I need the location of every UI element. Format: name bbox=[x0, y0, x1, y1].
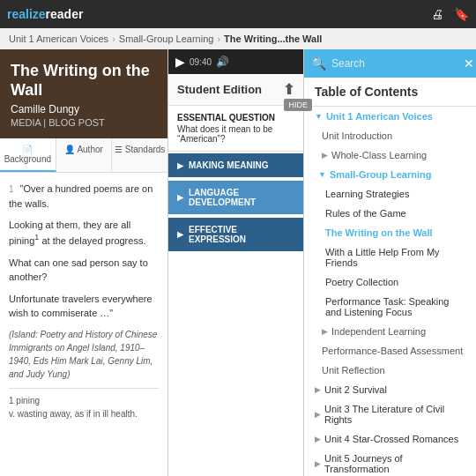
toc-perf-task[interactable]: Performance Task: Speaking and Listening… bbox=[304, 292, 476, 322]
toc-unit5[interactable]: ▶ Unit 5 Journeys of Transformation bbox=[304, 449, 476, 476]
line-text-4: Unfortunate travelers everywhere wish to… bbox=[9, 294, 152, 319]
article-author: Camille Dungy bbox=[11, 103, 157, 115]
search-input[interactable] bbox=[331, 57, 464, 70]
toc-little-help-label: With a Little Help From My Friends bbox=[325, 247, 465, 268]
left-panel: The Writing on the Wall Camille Dungy ME… bbox=[0, 49, 167, 476]
search-icon: 🔍 bbox=[311, 56, 326, 71]
line-1: 1 "Over a hundred poems are on the walls… bbox=[9, 182, 159, 211]
toc-pba-label: Performance-Based Assessment bbox=[322, 346, 463, 356]
eq-label: ESSENTIAL QUESTION bbox=[177, 113, 294, 123]
toc-header: Table of Contents bbox=[304, 78, 476, 107]
toc-unit2-arrow: ▶ bbox=[315, 385, 321, 394]
search-clear-icon[interactable]: ✕ bbox=[464, 56, 474, 71]
toc-writing-wall[interactable]: The Writing on the Wall bbox=[304, 223, 476, 242]
toc-reflection[interactable]: Unit Reflection bbox=[304, 361, 476, 380]
toc-writing-wall-label: The Writing on the Wall bbox=[325, 227, 433, 238]
standards-icon: ☰ bbox=[115, 145, 123, 154]
top-bar: realizereader 🖨 🔖 bbox=[0, 0, 476, 28]
toc-poetry[interactable]: Poetry Collection bbox=[304, 272, 476, 292]
toc-unit3[interactable]: ▶ Unit 3 The Literature of Civil Rights bbox=[304, 399, 476, 429]
tab-background[interactable]: 📄 Background bbox=[0, 138, 56, 172]
logo: realizereader bbox=[7, 7, 83, 21]
main-layout: The Writing on the Wall Camille Dungy ME… bbox=[0, 49, 476, 476]
tab-standards[interactable]: ☰ Standards bbox=[112, 138, 167, 172]
middle-panel: ▶ 09:40 🔊 Student Edition ⬆ ESSENTIAL QU… bbox=[167, 49, 304, 476]
toc-unit-intro-label: Unit Introduction bbox=[322, 130, 392, 141]
line-3: What can one sad person say to another? bbox=[9, 256, 159, 285]
toc-unit3-arrow: ▶ bbox=[315, 410, 321, 419]
volume-icon: 🔊 bbox=[216, 56, 229, 68]
line-text-3: What can one sad person say to another? bbox=[9, 257, 148, 283]
language-dev-button[interactable]: ▶ LANGUAGE DEVELOPMENT bbox=[168, 181, 303, 214]
line-text-2: Looking at them, they are all pining1 at… bbox=[9, 219, 145, 246]
line-text-1: "Over a hundred poems are on the walls. bbox=[9, 183, 152, 209]
toc-unit5-label: Unit 5 Journeys of Transformation bbox=[324, 453, 465, 474]
toc-small-group-arrow: ▼ bbox=[318, 170, 326, 179]
toc-unit1-label: Unit 1 American Voices bbox=[326, 111, 433, 122]
article-header: The Writing on the Wall Camille Dungy ME… bbox=[0, 49, 167, 138]
toc-independent-label: Independent Learning bbox=[331, 326, 426, 337]
toc-unit4-arrow: ▶ bbox=[315, 435, 321, 443]
toc-unit5-arrow: ▶ bbox=[315, 459, 321, 468]
essential-question: ESSENTIAL QUESTION What does it mean to … bbox=[168, 106, 303, 152]
toc-small-group[interactable]: ▼ Small-Group Learning bbox=[304, 165, 476, 184]
hide-button[interactable]: HIDE bbox=[284, 99, 312, 111]
audio-time: 09:40 bbox=[190, 57, 212, 67]
line-4: Unfortunate travelers everywhere wish to… bbox=[9, 292, 159, 321]
language-dev-label: LANGUAGE DEVELOPMENT bbox=[189, 188, 294, 207]
making-meaning-button[interactable]: ▶ MAKING MEANING bbox=[168, 153, 303, 177]
footnote-num: 1 pining bbox=[9, 396, 40, 405]
toc-unit2-label: Unit 2 Survival bbox=[324, 384, 387, 395]
toc-poetry-label: Poetry Collection bbox=[325, 277, 398, 287]
toc-rules-game[interactable]: Rules of the Game bbox=[304, 204, 476, 223]
toc-unit4-label: Unit 4 Star-Crossed Romances bbox=[324, 434, 458, 444]
effective-expr-button[interactable]: ▶ EFFECTIVE EXPRESSION bbox=[168, 218, 303, 251]
toc-learning-strategies[interactable]: Learning Strategies bbox=[304, 184, 476, 204]
footnote-text: v. wasting away, as if in ill health. bbox=[9, 409, 138, 419]
toc-whole-class-label: Whole-Class Learning bbox=[331, 150, 427, 160]
eq-text: What does it mean to be “American”? bbox=[177, 124, 294, 144]
article-type: MEDIA | BLOG POST bbox=[11, 117, 157, 128]
breadcrumb: Unit 1 American Voices › Small-Group Lea… bbox=[0, 28, 476, 49]
print-icon[interactable]: 🖨 bbox=[431, 7, 443, 21]
footnote-ref-1: 1 bbox=[34, 234, 39, 242]
toc-unit1[interactable]: ▼ Unit 1 American Voices bbox=[304, 107, 476, 126]
bookmark-icon[interactable]: 🔖 bbox=[454, 7, 469, 21]
language-dev-arrow: ▶ bbox=[177, 193, 183, 202]
toc-pba[interactable]: Performance-Based Assessment bbox=[304, 341, 476, 361]
citation: (Island: Poetry and History of Chinese I… bbox=[9, 328, 159, 381]
breadcrumb-sep1: › bbox=[112, 33, 115, 44]
right-panel: 🔍 ✕ Table of Contents ▼ Unit 1 American … bbox=[304, 49, 476, 476]
toc-independent[interactable]: ▶ Independent Learning bbox=[304, 322, 476, 341]
export-icon[interactable]: ⬆ bbox=[283, 81, 294, 98]
top-bar-icons: 🖨 🔖 bbox=[431, 7, 469, 21]
breadcrumb-sep2: › bbox=[217, 33, 220, 44]
toc-small-group-label: Small-Group Learning bbox=[330, 169, 432, 180]
toc-unit4[interactable]: ▶ Unit 4 Star-Crossed Romances bbox=[304, 429, 476, 449]
breadcrumb-current: The Writing...the Wall bbox=[224, 33, 322, 44]
breadcrumb-group[interactable]: Small-Group Learning bbox=[119, 33, 214, 44]
toc-reflection-label: Unit Reflection bbox=[322, 365, 385, 376]
toc-independent-arrow: ▶ bbox=[322, 327, 328, 336]
toc-whole-class[interactable]: ▶ Whole-Class Learning bbox=[304, 145, 476, 165]
toc-unit1-arrow: ▼ bbox=[315, 112, 323, 121]
article-title: The Writing on the Wall bbox=[11, 62, 157, 100]
footnote-def: 1 pining v. wasting away, as if in ill h… bbox=[9, 388, 159, 420]
play-button[interactable]: ▶ bbox=[175, 55, 185, 69]
search-bar: 🔍 ✕ bbox=[304, 49, 476, 78]
toc-little-help[interactable]: With a Little Help From My Friends bbox=[304, 242, 476, 272]
breadcrumb-unit[interactable]: Unit 1 American Voices bbox=[9, 33, 108, 44]
toc-unit-intro[interactable]: Unit Introduction bbox=[304, 126, 476, 145]
author-icon: 👤 bbox=[64, 145, 75, 154]
effective-expr-label: EFFECTIVE EXPRESSION bbox=[189, 225, 294, 244]
line-num-1: 1 bbox=[9, 184, 14, 194]
audio-bar: ▶ 09:40 🔊 bbox=[168, 49, 303, 74]
toc-unit2[interactable]: ▶ Unit 2 Survival bbox=[304, 380, 476, 399]
student-edition-header: Student Edition ⬆ bbox=[168, 74, 303, 106]
article-body: 1 "Over a hundred poems are on the walls… bbox=[0, 173, 167, 476]
toc-unit3-label: Unit 3 The Literature of Civil Rights bbox=[324, 404, 465, 425]
tab-author[interactable]: 👤 Author bbox=[56, 138, 113, 172]
toc-learning-strategies-label: Learning Strategies bbox=[325, 189, 409, 199]
toc-perf-task-label: Performance Task: Speaking and Listening… bbox=[325, 296, 465, 317]
toc-body: ▼ Unit 1 American Voices Unit Introducti… bbox=[304, 107, 476, 476]
